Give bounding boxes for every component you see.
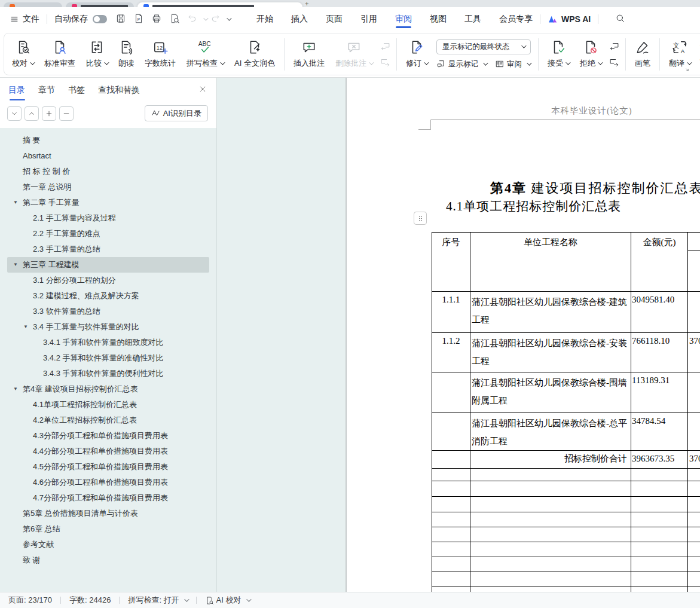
toc-item[interactable]: 第6章 总结 bbox=[7, 521, 209, 537]
table-header-cell[interactable]: 序号 bbox=[432, 233, 470, 292]
table-cell[interactable] bbox=[688, 527, 700, 542]
table-cell[interactable]: 370 bbox=[688, 451, 700, 469]
table-cell[interactable] bbox=[432, 497, 470, 512]
table-cell[interactable]: 3049581.40 bbox=[631, 292, 688, 333]
toc-item[interactable]: 3.1 分部分项工程的划分 bbox=[7, 273, 209, 288]
table-cell[interactable]: 1.1.1 bbox=[432, 292, 470, 333]
menu-item-审阅[interactable]: 审阅 bbox=[395, 9, 412, 29]
table-cell[interactable]: 蒲江县朝阳社区幼儿园保教综合楼-安装工程 bbox=[470, 333, 631, 372]
toc-item[interactable]: 3.2 建模过程、难点及解决方案 bbox=[7, 288, 209, 304]
proofread-button[interactable]: 校对 bbox=[8, 37, 38, 71]
table-cell[interactable] bbox=[470, 512, 631, 527]
table-cell[interactable] bbox=[631, 481, 688, 497]
section-heading[interactable]: 4.1单项工程招标控制价汇总表 bbox=[446, 198, 621, 215]
table-cell[interactable] bbox=[688, 542, 700, 557]
reject-button[interactable]: 拒绝 bbox=[576, 37, 606, 71]
chapter-heading[interactable]: 第4章 建设项目招标控制价汇总表 bbox=[490, 179, 700, 197]
table-cell[interactable]: 113189.31 bbox=[631, 372, 688, 413]
toc-item[interactable]: 2.1 手工算量内容及过程 bbox=[7, 210, 209, 226]
table-cell[interactable] bbox=[631, 572, 688, 586]
table-cell[interactable] bbox=[688, 497, 700, 512]
running-header[interactable]: 本科毕业设计(论文) bbox=[551, 105, 632, 117]
menu-item-工具[interactable]: 工具 bbox=[464, 9, 481, 29]
table-cell[interactable] bbox=[688, 292, 700, 333]
redo-button[interactable] bbox=[210, 13, 221, 25]
table-cell[interactable] bbox=[688, 372, 700, 413]
table-cell[interactable]: 蒲江县朝阳社区幼儿园保教综合楼-总平消防工程 bbox=[470, 413, 631, 451]
review-pane-button[interactable]: 审阅 bbox=[495, 59, 530, 69]
toc-item[interactable]: Absrtact bbox=[7, 148, 209, 164]
table-cell[interactable] bbox=[631, 497, 688, 512]
table-cell[interactable] bbox=[688, 481, 700, 497]
table-cell[interactable] bbox=[432, 572, 470, 586]
new-tab-button[interactable]: + bbox=[305, 0, 308, 7]
collapse-arrow-icon[interactable]: ▼ bbox=[13, 195, 18, 210]
print-button[interactable] bbox=[151, 13, 162, 26]
menu-item-开始[interactable]: 开始 bbox=[256, 9, 273, 29]
prev-change-button[interactable] bbox=[609, 41, 619, 51]
search-button[interactable] bbox=[615, 13, 625, 25]
table-cell[interactable] bbox=[432, 557, 470, 572]
table-cell[interactable] bbox=[432, 512, 470, 527]
table-cell[interactable] bbox=[470, 586, 631, 592]
next-change-button[interactable] bbox=[609, 57, 619, 68]
toc-item[interactable]: ▼第4章 建设项目招标控制价汇总表 bbox=[7, 381, 209, 397]
toc-item[interactable]: 4.3分部分项工程和单价措施项目费用表 bbox=[7, 428, 209, 444]
table-total-amount-cell[interactable]: 3963673.35 bbox=[631, 451, 688, 469]
table-cell[interactable] bbox=[470, 497, 631, 512]
table-cell[interactable] bbox=[470, 557, 631, 572]
sidebar-tab-章节[interactable]: 章节 bbox=[38, 85, 55, 100]
toc-item[interactable]: 招 标 控 制 价 bbox=[7, 164, 209, 179]
compare-button[interactable]: 比较 bbox=[82, 37, 112, 71]
toc-item[interactable]: 4.7分部分项工程和单价措施项目费用表 bbox=[7, 490, 209, 506]
table-cell[interactable]: 蒲江县朝阳社区幼儿园保教综合楼-围墙附属工程 bbox=[470, 372, 631, 413]
ai-polish-button[interactable]: AI 全文润色 bbox=[230, 37, 279, 71]
collapse-arrow-icon[interactable]: ▼ bbox=[13, 381, 18, 397]
table-cell[interactable] bbox=[688, 413, 700, 451]
chevron-down-icon[interactable] bbox=[227, 16, 231, 20]
table-cell[interactable]: 蒲江县朝阳社区幼儿园保教综合楼-建筑工程 bbox=[470, 292, 631, 333]
word-count-indicator[interactable]: 字数: 24426 bbox=[69, 595, 111, 606]
menu-item-引用[interactable]: 引用 bbox=[360, 9, 377, 29]
toc-item[interactable]: 致 谢 bbox=[7, 552, 209, 568]
undo-button[interactable] bbox=[187, 13, 197, 25]
standard-review-button[interactable]: 标准审查 bbox=[40, 37, 80, 71]
export-pdf-button[interactable]: P bbox=[133, 13, 144, 26]
toc-item[interactable]: 4.2单位工程招标控制价汇总表 bbox=[7, 413, 209, 428]
table-cell[interactable] bbox=[432, 372, 470, 413]
table-cell[interactable] bbox=[432, 481, 470, 497]
table-cell[interactable] bbox=[432, 469, 470, 481]
toc-item[interactable]: ▼第二章 手工算量 bbox=[7, 195, 209, 210]
toc-item[interactable]: 3.4.1 手算和软件算量的细致度对比 bbox=[7, 335, 209, 350]
table-cell[interactable] bbox=[631, 527, 688, 542]
toc-item[interactable]: 4.5分部分项工程和单价措施项目费用表 bbox=[7, 459, 209, 475]
print-preview-button[interactable] bbox=[169, 13, 180, 26]
toc-item[interactable]: 第一章 总说明 bbox=[7, 179, 209, 195]
sidebar-tab-查找和替换[interactable]: 查找和替换 bbox=[98, 85, 140, 100]
toc-item[interactable]: ▼3.4 手工算量与软件算量的对比 bbox=[7, 319, 209, 335]
table-cell[interactable] bbox=[432, 527, 470, 542]
table-cell[interactable] bbox=[432, 542, 470, 557]
sidebar-tab-书签[interactable]: 书签 bbox=[68, 85, 85, 100]
accept-button[interactable]: 接受 bbox=[543, 37, 573, 71]
table-cell[interactable] bbox=[470, 542, 631, 557]
toc-item[interactable]: 2.2 手工算量的难点 bbox=[7, 226, 209, 242]
toc-item[interactable]: 4.4分部分项工程和单价措施项目费用表 bbox=[7, 444, 209, 459]
toc-item[interactable]: ▼第三章 工程建模 bbox=[7, 257, 209, 273]
collapse-arrow-icon[interactable]: ▼ bbox=[23, 319, 28, 335]
table-cell[interactable] bbox=[631, 542, 688, 557]
table-cell[interactable] bbox=[688, 469, 700, 481]
table-cell[interactable] bbox=[470, 572, 631, 586]
plus-button[interactable] bbox=[42, 106, 56, 121]
table-cell[interactable] bbox=[432, 586, 470, 592]
next-comment-button[interactable] bbox=[380, 57, 390, 68]
spell-check-status[interactable]: 拼写检查: 打开 bbox=[128, 595, 187, 606]
table-cell[interactable] bbox=[470, 527, 631, 542]
document-page[interactable]: 本科毕业设计(论文) 第4章 建设项目招标控制价汇总表 4.1单项工程招标控制价… bbox=[347, 78, 700, 592]
table-cell[interactable]: 766118.10 bbox=[631, 333, 688, 372]
table-cell[interactable] bbox=[631, 469, 688, 481]
ai-recognize-toc-button[interactable]: AI识别目录 bbox=[145, 105, 208, 121]
table-move-handle-icon[interactable] bbox=[414, 212, 427, 225]
show-markup-button[interactable]: 显示标记 bbox=[436, 59, 487, 69]
toc-item[interactable]: 4.6分部分项工程和单价措施项目费用表 bbox=[7, 475, 209, 490]
